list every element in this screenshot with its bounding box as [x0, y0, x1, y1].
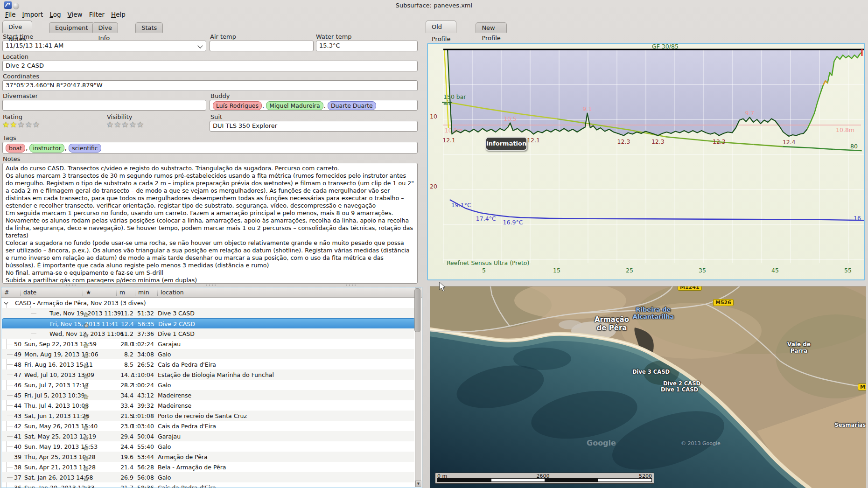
dive-list-table: #date★mminlocationCASD - Armação de Pêra…: [1, 287, 422, 488]
dive-row-46[interactable]: 46Sun, Jul 7, 2013 17:17★★★★★28.21:00:24…: [2, 380, 414, 390]
column-header-2[interactable]: ★: [83, 289, 91, 296]
buddy-pill[interactable]: Miguel Madureira: [266, 101, 323, 110]
dive-row-44[interactable]: 44Thu, Jul 4, 2013 10:08★★★★★33.439:32Ma…: [2, 400, 414, 411]
map-label-sesmarias: Sesmarias: [835, 422, 866, 428]
dive-row-42[interactable]: 42Sun, May 26, 2013 15:40★★★★★23.01:03:4…: [2, 421, 414, 431]
road-badge-m1241: M1241: [678, 286, 702, 291]
dive-row-36[interactable]: 36Sun, Jan 20, 2013 12:33★★★★★21.758:36C…: [2, 482, 414, 488]
tag-pill[interactable]: scientific: [69, 144, 101, 153]
depth-tick: 10: [430, 113, 437, 120]
suit-input[interactable]: DUI TLS 350 Explorer: [210, 121, 418, 132]
dive-row-48[interactable]: 48Fri, Aug 16, 2013 15:11★★★★★8.526:52Ca…: [2, 359, 414, 369]
table-header[interactable]: #date★mminlocation: [1, 287, 422, 298]
location-label: Location: [3, 53, 28, 60]
pressure-end-label: 80: [850, 143, 858, 150]
dive-row-50[interactable]: 50Sun, Sep 22, 2013 12:59★★★★★28.01:02:2…: [2, 339, 414, 349]
tags-input[interactable]: boat, instructor, scientific: [2, 142, 418, 153]
time-tick: 45: [771, 267, 779, 274]
dive-map[interactable]: Armação de PêraRibeira de AlcantarilhaVa…: [430, 286, 866, 488]
temp-end-label: 16: [854, 215, 861, 222]
dive-row-39[interactable]: 39Thu, Apr 25, 2013 10:28★★★★★19.653:44A…: [2, 452, 414, 462]
depth-annotation: 9.1: [583, 105, 592, 112]
menu-file[interactable]: File: [5, 11, 16, 18]
buddy-pill[interactable]: Luís Rodrigues: [213, 101, 262, 110]
tag-pill[interactable]: instructor: [29, 144, 64, 153]
divemaster-label: Divemaster: [3, 92, 38, 99]
tag-pill[interactable]: boat: [6, 144, 25, 153]
mean-depth-label: 10.8m: [836, 126, 854, 133]
dive-row-41[interactable]: 41Sat, May 25, 2013 12:19★★★★★29.450:04G…: [2, 431, 414, 441]
buddy-pill[interactable]: Duarte Duarte: [328, 101, 376, 110]
air-temp-input[interactable]: [210, 41, 314, 51]
dive-row-47[interactable]: 47Wed, Jul 10, 2013 13:09★★★★★14.71:10:0…: [2, 369, 414, 380]
map-label-vale: Vale de Parra: [787, 341, 811, 354]
time-tick: 25: [626, 267, 633, 274]
google-watermark: Google: [587, 439, 616, 447]
map-copyright: © 2013 Google: [681, 440, 721, 446]
tab-old-profile[interactable]: Old Profile: [426, 21, 456, 33]
menu-view[interactable]: View: [68, 11, 83, 18]
buddy-input[interactable]: Luís Rodrigues, Miguel Madureira, Duarte…: [210, 100, 418, 111]
splitter-handle[interactable]: [0, 284, 422, 286]
dive-row-49[interactable]: 49Mon, Aug 19, 2013 12:06★★★★★8.234:08Ga…: [2, 349, 414, 359]
time-tick: 5: [482, 267, 486, 274]
column-header-5[interactable]: location: [157, 289, 184, 296]
scrollbar-thumb[interactable]: [414, 288, 420, 332]
start-time-input[interactable]: 11/15/13 11:41 AM: [2, 41, 206, 51]
dive-row[interactable]: Fri, Nov 15, 2013 11:41★★★★★12.456:35Div…: [2, 318, 415, 329]
tab-new-profile[interactable]: New Profile: [476, 22, 506, 33]
dive-list-scrollbar[interactable]: [415, 287, 421, 487]
dive-row-40[interactable]: 40Sun, May 19, 2013 15:53★★★★★24.455:40G…: [2, 441, 414, 452]
menu-log[interactable]: Log: [49, 11, 61, 18]
water-temp-input[interactable]: 15.3°C: [316, 41, 418, 51]
tab-dive-notes[interactable]: Dive Notes: [2, 21, 32, 33]
air-temp-label: Air temp: [210, 33, 236, 40]
dive-row-43[interactable]: 43Sat, Jun 1, 2013 11:26★★★★★21.51:01:08…: [2, 411, 414, 421]
divemaster-input[interactable]: [2, 100, 206, 111]
dive-row-38[interactable]: 38Sun, Apr 21, 2013 11:28★★★★★21.456:28B…: [2, 462, 414, 472]
tab-equipment[interactable]: Equipment: [49, 22, 94, 33]
column-header-4[interactable]: min: [135, 289, 149, 296]
notes-textarea[interactable]: Aula do curso CASD. Transectos c/video e…: [2, 163, 418, 284]
dive-row[interactable]: Tue, Nov 19, 2013 11:39★★★★★11.251:32Div…: [2, 308, 414, 318]
dive-row[interactable]: Wed, Nov 13, 2013 11:06★★★★★11.237:36Div…: [2, 328, 414, 339]
scale-bar-segments: [437, 478, 652, 482]
scroll-down-button[interactable]: ▼: [415, 481, 421, 487]
column-header-0[interactable]: #: [4, 289, 9, 296]
temp-label: 19.1°C: [451, 202, 471, 209]
information-tooltip[interactable]: Information: [485, 137, 527, 151]
dive-computer-label: Reefnet Sensus Ultra (Preto): [447, 259, 529, 266]
menu-import[interactable]: Import: [22, 11, 43, 18]
tab-dive-info[interactable]: Dive Info: [92, 22, 118, 33]
tab-stats[interactable]: Stats: [135, 22, 163, 33]
temp-label: 17.4°C: [476, 215, 496, 222]
rating-stars[interactable]: ★★★★★: [2, 120, 40, 129]
dive-row-37[interactable]: 37Sat, Jan 26, 2013 14:58★★★★★26.956:08G…: [2, 472, 414, 482]
trip-group-row[interactable]: CASD - Armação de Pêra, Nov 2013 (3 dive…: [2, 298, 414, 308]
suit-label: Suit: [210, 113, 222, 120]
depth-annotation: 12.3: [617, 138, 630, 145]
location-input[interactable]: Dive 2 CASD: [2, 61, 418, 71]
column-header-1[interactable]: date: [20, 289, 36, 296]
water-temp-label: Water temp: [316, 33, 352, 40]
visibility-stars[interactable]: ★★★★★: [106, 120, 144, 129]
time-tick: 15: [553, 267, 560, 274]
column-header-3[interactable]: m: [116, 289, 125, 296]
depth-tick: 20: [430, 183, 437, 190]
menu-filter[interactable]: Filter: [89, 11, 105, 18]
depth-annotation: 12.1: [527, 137, 540, 144]
depth-annotation: 9.7: [745, 110, 754, 117]
mouse-cursor: [439, 282, 448, 293]
dive-row-45[interactable]: 45Fri, Jul 5, 2013 10:39★★★★★34.443:12Ma…: [2, 390, 414, 400]
temp-label: 16.9°C: [503, 219, 523, 226]
depth-annotation: 12.4: [783, 139, 796, 146]
road-badge-m526r: M526: [858, 383, 866, 390]
gas-label: air: [443, 99, 451, 106]
road-badge-m526: M526: [713, 299, 734, 306]
map-label-ribeira: Ribeira de Alcantarilha: [633, 306, 674, 320]
coordinates-input[interactable]: 37°05'23.460"N 8°20'47.879"W: [2, 80, 418, 91]
menu-help[interactable]: Help: [111, 11, 126, 18]
time-tick: 35: [699, 267, 706, 274]
dive-site-label: Dive 1 CASD: [661, 386, 698, 393]
map-label-armacao: Armação de Pêra: [595, 315, 629, 332]
